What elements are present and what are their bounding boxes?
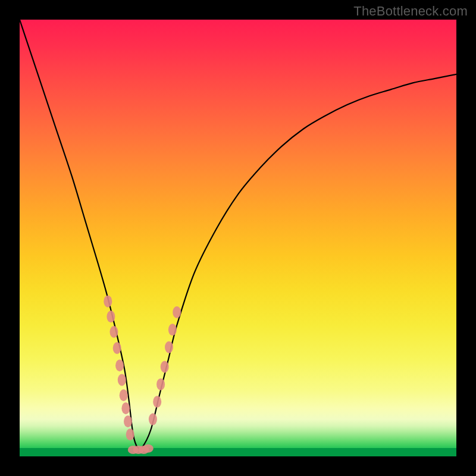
data-marker (104, 295, 112, 307)
data-marker (118, 374, 126, 386)
watermark-text: TheBottleneck.com (353, 4, 468, 19)
data-marker (115, 359, 124, 371)
data-marker (121, 402, 130, 414)
data-marker (165, 342, 173, 353)
data-marker (120, 389, 128, 401)
data-marker (153, 396, 161, 408)
data-marker (126, 428, 134, 440)
bottleneck-curve (20, 20, 456, 450)
bottleneck-curve-layer (20, 20, 456, 456)
data-marker (124, 415, 132, 427)
data-marker (156, 378, 165, 390)
data-marker (149, 414, 157, 425)
data-markers (104, 295, 181, 454)
data-marker (110, 326, 118, 338)
chart-frame: TheBottleneck.com (0, 0, 476, 476)
data-marker (113, 342, 121, 354)
data-marker (161, 361, 169, 373)
data-marker (107, 311, 115, 322)
data-marker (168, 324, 177, 336)
data-marker (173, 306, 181, 318)
data-marker (143, 444, 154, 453)
plot-area (20, 20, 456, 456)
